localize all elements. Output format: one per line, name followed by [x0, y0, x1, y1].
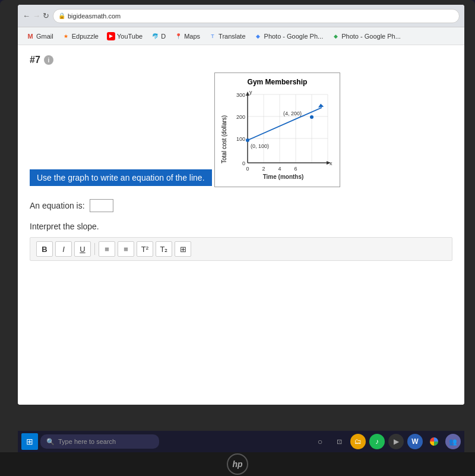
bookmarks-bar: M Gmail ★ Edpuzzle ▶ YouTube 🐬 D 📍 Maps …	[18, 27, 464, 45]
taskbar: ⊞ 🔍 Type here to search ○ ⊡ 🗂 ♪ ▶ W 👥	[18, 431, 464, 452]
search-text: Type here to search	[58, 438, 116, 445]
bookmark-d[interactable]: 🐬 D	[147, 31, 169, 42]
ordered-list-button[interactable]: ≡	[118, 241, 134, 257]
graph-plot-area: 300 200 100 0 0 2 4 6 x y	[230, 89, 334, 181]
page-content: #7 i Use the graph to write an equation …	[18, 45, 464, 405]
gmail-icon: M	[26, 32, 34, 40]
bookmark-photo1-label: Photo - Google Ph...	[264, 33, 324, 40]
taskbar-teams[interactable]: 👥	[445, 434, 461, 449]
chrome-controls: ← → ↻	[23, 11, 49, 20]
taskbar-files[interactable]: 🗂	[350, 434, 366, 449]
question-banner: Use the graph to write an equation of th…	[30, 169, 212, 186]
toolbar-divider-1	[94, 243, 95, 255]
svg-text:y: y	[249, 89, 252, 95]
question-text: Use the graph to write an equation of th…	[37, 173, 205, 182]
answer-input[interactable]	[90, 199, 113, 212]
chrome-browser-bar: ← → ↻ 🔒 bigideasmath.com	[18, 5, 464, 27]
table-button[interactable]: ⊞	[175, 241, 191, 257]
taskbar-cortana[interactable]: ○	[312, 434, 328, 449]
answer-label: An equation is:	[30, 201, 85, 210]
svg-text:(0, 100): (0, 100)	[251, 143, 269, 149]
svg-text:0: 0	[246, 166, 249, 172]
interpret-label: Interpret the slope.	[30, 222, 452, 231]
bookmark-edpuzzle-label: Edpuzzle	[72, 33, 99, 40]
photo2-icon: ◆	[331, 32, 340, 40]
screen: ← → ↻ 🔒 bigideasmath.com M Gmail ★ Edpuz…	[18, 5, 464, 405]
svg-text:2: 2	[262, 166, 265, 172]
graph-title: Gym Membership	[221, 78, 334, 86]
svg-text:300: 300	[236, 92, 245, 98]
taskbar-chrome[interactable]	[426, 434, 442, 449]
start-button[interactable]: ⊞	[21, 433, 38, 450]
bold-button[interactable]: B	[36, 241, 53, 257]
svg-text:0: 0	[242, 160, 245, 166]
italic-button[interactable]: I	[55, 241, 72, 257]
editor-toolbar: B I U ≡ ≡ T² T₂ ⊞	[30, 237, 452, 261]
underline-button[interactable]: U	[74, 241, 91, 257]
address-bar[interactable]: 🔒 bigideasmath.com	[53, 9, 460, 23]
bookmark-maps-label: Maps	[184, 33, 200, 40]
bookmark-edpuzzle[interactable]: ★ Edpuzzle	[58, 31, 102, 42]
info-icon[interactable]: i	[44, 55, 53, 65]
taskbar-word[interactable]: W	[407, 434, 423, 449]
translate-icon: T	[208, 32, 217, 40]
taskbar-search[interactable]: 🔍 Type here to search	[40, 434, 159, 449]
laptop-frame: ← → ↻ 🔒 bigideasmath.com M Gmail ★ Edpuz…	[0, 0, 475, 476]
taskbar-task-view[interactable]: ⊡	[331, 434, 347, 449]
svg-text:(4, 200): (4, 200)	[283, 111, 302, 116]
svg-text:x: x	[330, 160, 332, 166]
graph-inner: Total cost (dollars)	[221, 89, 334, 181]
youtube-icon: ▶	[107, 32, 115, 40]
bookmark-photo2[interactable]: ◆ Photo - Google Ph...	[328, 31, 404, 42]
photo1-icon: ◆	[254, 32, 262, 40]
svg-text:200: 200	[236, 114, 245, 120]
svg-text:100: 100	[236, 136, 245, 142]
graph-container: Gym Membership Total cost (dollars)	[214, 72, 340, 187]
taskbar-media[interactable]: ▶	[388, 434, 404, 449]
bookmark-translate-label: Translate	[218, 33, 245, 40]
hp-logo: hp	[227, 453, 248, 475]
edpuzzle-icon: ★	[62, 32, 70, 40]
bookmark-photo2-label: Photo - Google Ph...	[341, 33, 401, 40]
bookmark-gmail[interactable]: M Gmail	[23, 31, 57, 42]
svg-text:4: 4	[278, 166, 281, 172]
chrome-icon	[430, 437, 438, 446]
unordered-list-button[interactable]: ≡	[99, 241, 115, 257]
bookmark-maps[interactable]: 📍 Maps	[170, 31, 204, 42]
bookmark-translate[interactable]: T Translate	[205, 31, 249, 42]
back-icon[interactable]: ←	[23, 11, 30, 20]
reload-icon[interactable]: ↻	[43, 11, 49, 20]
bottom-bezel: hp	[0, 452, 475, 476]
svg-text:6: 6	[294, 166, 297, 172]
svg-point-29	[246, 138, 249, 142]
answer-section: An equation is:	[30, 199, 452, 212]
svg-text:Time (months): Time (months)	[263, 174, 304, 180]
taskbar-spotify[interactable]: ♪	[369, 434, 385, 449]
bookmark-youtube[interactable]: ▶ YouTube	[103, 31, 146, 42]
url-text: bigideasmath.com	[68, 12, 121, 20]
bookmark-gmail-label: Gmail	[36, 33, 53, 40]
bookmark-d-label: D	[161, 33, 166, 40]
svg-point-27	[310, 115, 314, 119]
problem-number-text: #7	[30, 55, 40, 65]
y-axis-label: Total cost (dollars)	[221, 97, 227, 181]
bookmark-photo1[interactable]: ◆ Photo - Google Ph...	[251, 31, 327, 42]
lock-icon: 🔒	[58, 12, 65, 19]
forward-icon[interactable]: →	[33, 11, 40, 20]
taskbar-right: ○ ⊡ 🗂 ♪ ▶ W 👥	[312, 434, 461, 449]
subscript-button[interactable]: T₂	[156, 241, 172, 257]
problem-number: #7 i	[30, 55, 452, 65]
d-icon: 🐬	[151, 32, 159, 40]
bookmark-youtube-label: YouTube	[117, 33, 142, 40]
superscript-button[interactable]: T²	[137, 241, 153, 257]
search-icon: 🔍	[46, 438, 55, 446]
graph-svg: 300 200 100 0 0 2 4 6 x y	[230, 89, 334, 181]
maps-icon: 📍	[174, 32, 182, 40]
